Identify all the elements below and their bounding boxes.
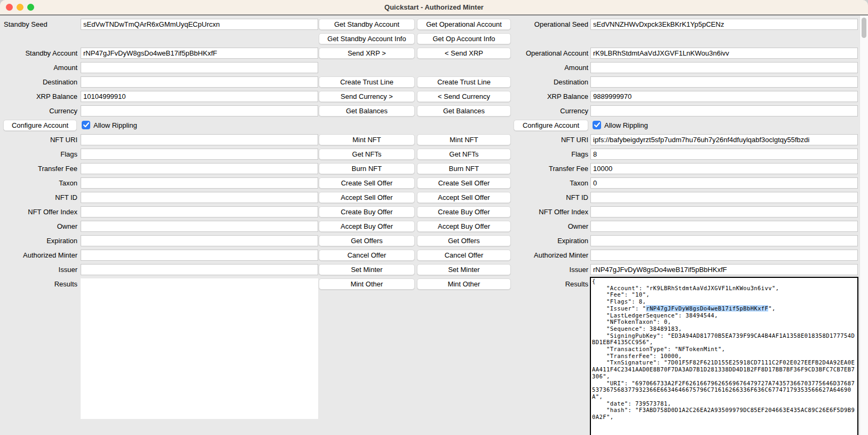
operational-results-label: Results — [510, 278, 588, 290]
operational-currency-input[interactable] — [590, 105, 858, 116]
standby-results-area[interactable] — [81, 278, 318, 419]
standby-owner-input[interactable] — [81, 221, 318, 232]
results-json-after: ", "LastLedgerSequence": 38494544, "NFTo… — [592, 305, 855, 420]
standby-flags-input[interactable] — [81, 149, 318, 160]
operational-nft-id-input[interactable] — [590, 192, 858, 203]
operational-owner-input[interactable] — [590, 221, 858, 232]
get-operational-account-button[interactable]: Get Operational Account — [417, 19, 511, 30]
operational-issuer-label: Issuer — [510, 264, 588, 275]
operational-nft-offer-index-label: NFT Offer Index — [510, 206, 588, 217]
operational-create-trust-line-button[interactable]: Create Trust Line — [417, 76, 511, 88]
standby-create-trust-line-button[interactable]: Create Trust Line — [319, 76, 415, 88]
standby-get-offers-button[interactable]: Get Offers — [319, 235, 415, 246]
standby-xrp-balance-input[interactable] — [81, 91, 318, 102]
standby-authorized-minter-label: Authorized Minter — [0, 250, 77, 261]
checkmark-icon — [83, 122, 90, 128]
operational-seed-label: Operational Seed — [510, 19, 588, 30]
operational-account-label: Operational Account — [510, 48, 588, 59]
vertical-scrollbar[interactable] — [859, 15, 868, 435]
operational-amount-input[interactable] — [590, 62, 858, 73]
operational-account-input[interactable] — [590, 48, 858, 59]
standby-currency-input[interactable] — [81, 105, 318, 116]
operational-flags-label: Flags — [510, 149, 588, 160]
operational-expiration-input[interactable] — [590, 235, 858, 246]
operational-allow-rippling-checkbox[interactable] — [593, 121, 601, 129]
standby-issuer-input[interactable] — [81, 264, 318, 275]
operational-nft-uri-input[interactable] — [590, 134, 858, 145]
standby-destination-input[interactable] — [81, 76, 318, 88]
operational-mint-other-button[interactable]: Mint Other — [417, 278, 511, 290]
get-standby-account-button[interactable]: Get Standby Account — [319, 19, 415, 30]
standby-allow-rippling-checkbox[interactable] — [82, 121, 90, 129]
operational-results-area[interactable]: { "Account": "rK9LBRhStdmtAaVdJXGVF1LnKW… — [590, 277, 858, 435]
standby-create-sell-offer-button[interactable]: Create Sell Offer — [319, 177, 415, 189]
operational-taxon-input[interactable] — [590, 177, 858, 189]
operational-currency-label: Currency — [510, 105, 588, 116]
standby-transfer-fee-input[interactable] — [81, 163, 318, 174]
operational-accept-sell-offer-button[interactable]: Accept Sell Offer — [417, 192, 511, 203]
operational-get-offers-button[interactable]: Get Offers — [417, 235, 511, 246]
standby-get-nfts-button[interactable]: Get NFTs — [319, 149, 415, 160]
standby-taxon-label: Taxon — [0, 177, 77, 189]
operational-destination-label: Destination — [510, 76, 588, 88]
operational-accept-buy-offer-button[interactable]: Accept Buy Offer — [417, 221, 511, 232]
standby-cancel-offer-button[interactable]: Cancel Offer — [319, 250, 415, 261]
operational-seed-input[interactable] — [590, 19, 858, 30]
operational-cancel-offer-button[interactable]: Cancel Offer — [417, 250, 511, 261]
standby-seed-input[interactable] — [81, 19, 318, 30]
standby-account-label: Standby Account — [0, 48, 77, 59]
standby-send-currency-button[interactable]: Send Currency > — [319, 91, 415, 102]
standby-create-buy-offer-button[interactable]: Create Buy Offer — [319, 206, 415, 217]
standby-amount-input[interactable] — [81, 62, 318, 73]
standby-taxon-input[interactable] — [81, 177, 318, 189]
standby-nft-uri-input[interactable] — [81, 134, 318, 145]
vertical-scrollbar-thumb[interactable] — [862, 18, 866, 38]
standby-get-balances-button[interactable]: Get Balances — [319, 105, 415, 116]
standby-expiration-input[interactable] — [81, 235, 318, 246]
operational-xrp-balance-label: XRP Balance — [510, 91, 588, 102]
operational-send-currency-button[interactable]: < Send Currency — [417, 91, 511, 102]
standby-account-input[interactable] — [81, 48, 318, 59]
standby-currency-label: Currency — [0, 105, 77, 116]
standby-issuer-label: Issuer — [0, 264, 77, 275]
operational-configure-account-button[interactable]: Configure Account — [514, 120, 588, 131]
standby-send-xrp-button[interactable]: Send XRP > — [319, 48, 415, 59]
standby-mint-nft-button[interactable]: Mint NFT — [319, 134, 415, 145]
standby-nft-offer-index-input[interactable] — [81, 206, 318, 217]
standby-burn-nft-button[interactable]: Burn NFT — [319, 163, 415, 174]
operational-set-minter-button[interactable]: Set Minter — [417, 264, 511, 275]
standby-amount-label: Amount — [0, 62, 77, 73]
operational-xrp-balance-input[interactable] — [590, 91, 858, 102]
operational-create-sell-offer-button[interactable]: Create Sell Offer — [417, 177, 511, 189]
operational-expiration-label: Expiration — [510, 235, 588, 246]
standby-nft-id-input[interactable] — [81, 192, 318, 203]
standby-transfer-fee-label: Transfer Fee — [0, 163, 77, 174]
operational-get-balances-button[interactable]: Get Balances — [417, 105, 511, 116]
get-op-account-info-button[interactable]: Get Op Account Info — [417, 33, 511, 44]
operational-nft-id-label: NFT ID — [510, 192, 588, 203]
app-window: Quickstart - Authorized Minter Standby S… — [0, 0, 868, 435]
standby-configure-account-button[interactable]: Configure Account — [3, 120, 77, 131]
standby-accept-buy-offer-button[interactable]: Accept Buy Offer — [319, 221, 415, 232]
operational-nft-offer-index-input[interactable] — [590, 206, 858, 217]
operational-burn-nft-button[interactable]: Burn NFT — [417, 163, 511, 174]
standby-authorized-minter-input[interactable] — [81, 250, 318, 261]
operational-allow-rippling-label: Allow Rippling — [604, 120, 648, 131]
operational-transfer-fee-input[interactable] — [590, 163, 858, 174]
operational-get-nfts-button[interactable]: Get NFTs — [417, 149, 511, 160]
operational-issuer-input[interactable] — [590, 264, 858, 275]
standby-mint-other-button[interactable]: Mint Other — [319, 278, 415, 290]
operational-destination-input[interactable] — [590, 76, 858, 88]
operational-authorized-minter-input[interactable] — [590, 250, 858, 261]
operational-send-xrp-button[interactable]: < Send XRP — [417, 48, 511, 59]
standby-accept-sell-offer-button[interactable]: Accept Sell Offer — [319, 192, 415, 203]
standby-results-label: Results — [0, 278, 77, 290]
standby-set-minter-button[interactable]: Set Minter — [319, 264, 415, 275]
get-standby-account-info-button[interactable]: Get Standby Account Info — [319, 33, 415, 44]
operational-amount-label: Amount — [510, 62, 588, 73]
operational-flags-input[interactable] — [590, 149, 858, 160]
window-title: Quickstart - Authorized Minter — [0, 0, 868, 14]
standby-allow-rippling-label: Allow Rippling — [93, 120, 137, 131]
operational-create-buy-offer-button[interactable]: Create Buy Offer — [417, 206, 511, 217]
operational-mint-nft-button[interactable]: Mint NFT — [417, 134, 511, 145]
